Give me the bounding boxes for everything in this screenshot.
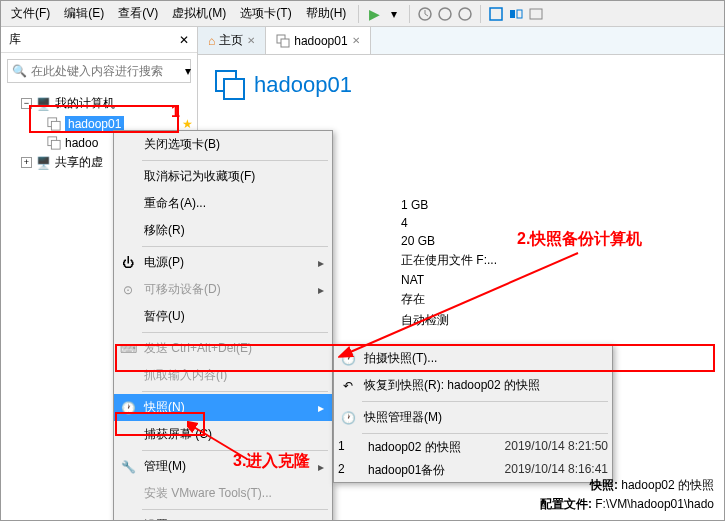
shared-label: 共享的虚: [55, 154, 103, 171]
ctx-snapshot[interactable]: 🕐快照(N)▸: [114, 394, 332, 421]
ctx-removable: ⊙可移动设备(D)▸: [114, 276, 332, 303]
snap-num: 1: [338, 439, 368, 456]
star-icon[interactable]: ★: [182, 117, 193, 131]
vm-big-icon: [214, 69, 246, 101]
ctx-remove[interactable]: 移除(R): [114, 217, 332, 244]
sidebar-title: 库: [9, 31, 21, 48]
fullscreen-icon[interactable]: [487, 5, 505, 23]
svg-rect-14: [224, 79, 244, 99]
vm-details: 1 GB 4 20 GB 正在使用文件 F:... NAT 存在 自动检测: [401, 196, 497, 331]
context-submenu-snapshot: 🕐拍摄快照(T)... ↶恢复到快照(R): hadoop02 的快照 🕐快照管…: [333, 344, 613, 483]
ctx-power[interactable]: ⏻电源(P)▸: [114, 249, 332, 276]
snap-date: 2019/10/14 8:21:50: [505, 439, 608, 456]
snapshot-icon[interactable]: [416, 5, 434, 23]
dropdown-icon[interactable]: ▾: [385, 5, 403, 23]
menu-edit[interactable]: 编辑(E): [58, 2, 110, 25]
ctx-mark-favorite[interactable]: 取消标记为收藏项(F): [114, 163, 332, 190]
tree-my-computer[interactable]: − 🖥️ 我的计算机: [1, 93, 197, 114]
menubar: 文件(F) 编辑(E) 查看(V) 虚拟机(M) 选项卡(T) 帮助(H) ▶ …: [1, 1, 724, 27]
svg-rect-8: [51, 121, 60, 130]
shared-icon: 🖥️: [36, 156, 51, 170]
snap-num: 2: [338, 462, 368, 479]
svg-rect-10: [51, 140, 60, 149]
keyboard-icon: ⌨: [120, 341, 136, 357]
play-icon[interactable]: ▶: [365, 5, 383, 23]
svg-rect-12: [281, 39, 289, 47]
clock-mgr-icon: 🕐: [340, 410, 356, 426]
unity-icon[interactable]: [507, 5, 525, 23]
vm-hadoop02-label: hadoo: [65, 136, 98, 150]
vm-tab-label: hadoop01: [294, 34, 347, 48]
menu-vm[interactable]: 虚拟机(M): [166, 2, 232, 25]
search-icon: 🔍: [12, 64, 27, 78]
svg-point-1: [439, 8, 451, 20]
home-tab-label: 主页: [219, 32, 243, 49]
collapse-icon[interactable]: −: [21, 98, 32, 109]
expand-icon[interactable]: +: [21, 157, 32, 168]
detail-using-file: 正在使用文件 F:...: [401, 250, 497, 271]
close-icon[interactable]: ✕: [352, 35, 360, 46]
ctx-send-cad: ⌨发送 Ctrl+Alt+Del(E): [114, 335, 332, 362]
snapshot-row[interactable]: 1 hadoop02 的快照 2019/10/14 8:21:50: [334, 436, 612, 459]
search-box[interactable]: 🔍 ▾: [7, 59, 191, 83]
context-menu-vm: 关闭选项卡(B) 取消标记为收藏项(F) 重命名(A)... 移除(R) ⏻电源…: [113, 130, 333, 521]
ctx-rename[interactable]: 重命名(A)...: [114, 190, 332, 217]
ctx-snapshot-manager[interactable]: 🕐快照管理器(M): [334, 404, 612, 431]
tab-home[interactable]: ⌂ 主页 ✕: [198, 27, 266, 54]
detail-auto-detect: 自动检测: [401, 310, 497, 331]
gear-icon: ⚙: [120, 518, 136, 522]
tab-vm[interactable]: hadoop01 ✕: [266, 27, 370, 54]
detail-cpu: 4: [401, 214, 497, 232]
svg-rect-4: [510, 10, 515, 18]
detail-network: NAT: [401, 271, 497, 289]
close-icon[interactable]: ✕: [247, 35, 255, 46]
home-icon: ⌂: [208, 34, 215, 48]
svg-rect-3: [490, 8, 502, 20]
ctx-take-snapshot[interactable]: 🕐拍摄快照(T)...: [334, 345, 612, 372]
clock-add-icon[interactable]: [436, 5, 454, 23]
menu-view[interactable]: 查看(V): [112, 2, 164, 25]
snap-name: hadoop02 的快照: [368, 439, 505, 456]
clock-icon: 🕐: [120, 400, 136, 416]
power-icon: ⏻: [120, 255, 136, 271]
vm-icon: [276, 34, 290, 48]
menu-tabs[interactable]: 选项卡(T): [234, 2, 297, 25]
ctx-manage[interactable]: 🔧管理(M)▸: [114, 453, 332, 480]
search-input[interactable]: [31, 64, 181, 78]
tab-bar: ⌂ 主页 ✕ hadoop01 ✕: [198, 27, 724, 55]
my-computer-label: 我的计算机: [55, 95, 115, 112]
ctx-install-tools: 安装 VMware Tools(T)...: [114, 480, 332, 507]
ctx-capture[interactable]: 捕获屏幕 (C): [114, 421, 332, 448]
ctx-settings[interactable]: ⚙设置(S)...: [114, 512, 332, 521]
search-dropdown-icon[interactable]: ▾: [185, 64, 191, 78]
clock-icon: 🕐: [340, 351, 356, 367]
menu-file[interactable]: 文件(F): [5, 2, 56, 25]
close-icon[interactable]: ✕: [179, 33, 189, 47]
computer-icon: 🖥️: [36, 97, 51, 111]
vm-title: hadoop01: [254, 72, 352, 98]
wrench-icon: 🔧: [120, 459, 136, 475]
revert-icon: ↶: [340, 378, 356, 394]
svg-rect-6: [530, 9, 542, 19]
library-icon[interactable]: [527, 5, 545, 23]
svg-rect-5: [517, 10, 522, 18]
menu-help[interactable]: 帮助(H): [300, 2, 353, 25]
ctx-grab-input: 抓取输入内容(I): [114, 362, 332, 389]
detail-disk: 20 GB: [401, 232, 497, 250]
ctx-revert-snapshot[interactable]: ↶恢复到快照(R): hadoop02 的快照: [334, 372, 612, 399]
vm-icon: [47, 136, 61, 150]
detail-present: 存在: [401, 289, 497, 310]
detail-memory: 1 GB: [401, 196, 497, 214]
svg-point-2: [459, 8, 471, 20]
footer-info: 快照: hadoop02 的快照 配置文件: F:\VM\hadoop01\ha…: [540, 476, 714, 514]
vm-icon: [47, 117, 61, 131]
usb-icon: ⊙: [120, 282, 136, 298]
clock-mgr-icon[interactable]: [456, 5, 474, 23]
ctx-close-tab[interactable]: 关闭选项卡(B): [114, 131, 332, 158]
snap-name: hadoop01备份: [368, 462, 505, 479]
ctx-pause[interactable]: 暂停(U): [114, 303, 332, 330]
